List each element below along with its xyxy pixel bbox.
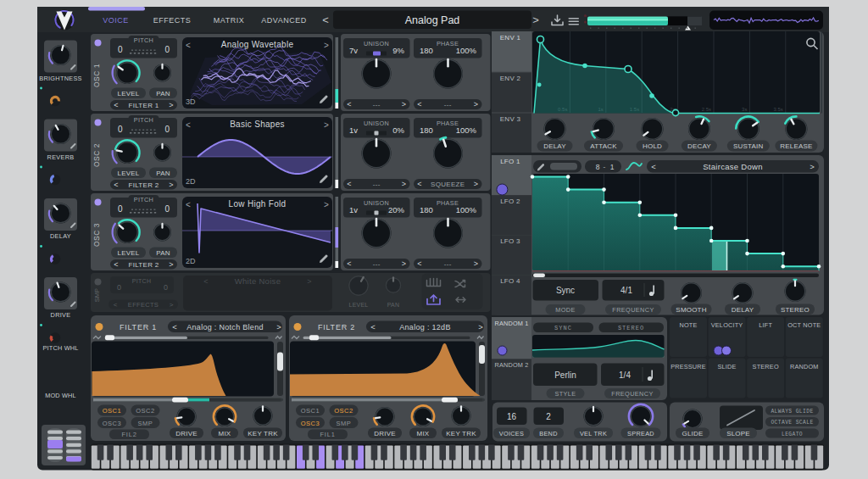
svg-text:OSC2: OSC2: [136, 407, 154, 415]
svg-text:<: <: [172, 322, 177, 331]
svg-text:FILTER 2: FILTER 2: [318, 323, 355, 331]
svg-text:UNISON: UNISON: [364, 199, 389, 207]
svg-text:ENV 2: ENV 2: [500, 75, 521, 82]
svg-text:SLIDE: SLIDE: [718, 363, 737, 370]
svg-text:SQUEEZE: SQUEEZE: [431, 181, 465, 188]
svg-text:BRIGHTNESS: BRIGHTNESS: [39, 75, 81, 82]
svg-text:PAN: PAN: [156, 170, 170, 177]
svg-text:>: >: [474, 100, 478, 109]
svg-text:>: >: [324, 200, 329, 209]
svg-text:<: <: [114, 181, 118, 189]
svg-text:OSC1: OSC1: [301, 407, 320, 415]
svg-text:STEREO: STEREO: [781, 306, 810, 314]
svg-text:>: >: [276, 322, 281, 331]
svg-text:SYNC: SYNC: [554, 325, 572, 331]
svg-text:PRESSURE: PRESSURE: [670, 363, 706, 370]
svg-text:LFO 3: LFO 3: [500, 237, 520, 245]
svg-text:UNISON: UNISON: [364, 40, 389, 47]
svg-text:3s: 3s: [742, 107, 747, 112]
svg-text:0: 0: [164, 283, 168, 292]
svg-text:ENV 1: ENV 1: [500, 34, 521, 42]
svg-text:---: ---: [373, 101, 381, 109]
svg-text:DELAY: DELAY: [732, 306, 754, 314]
svg-text:3.5s: 3.5s: [773, 107, 782, 112]
svg-text:4/1: 4/1: [620, 286, 632, 295]
svg-text:7v: 7v: [349, 46, 358, 55]
svg-text:>: >: [402, 259, 406, 268]
svg-text:PITCH: PITCH: [134, 116, 153, 124]
svg-text:>: >: [169, 181, 173, 189]
svg-text:PAN: PAN: [156, 249, 170, 257]
svg-text:FILTER 1: FILTER 1: [120, 323, 157, 331]
svg-text:OSC3: OSC3: [301, 420, 320, 427]
svg-text:FIL1: FIL1: [320, 431, 335, 438]
svg-text:STEREO: STEREO: [753, 363, 779, 370]
svg-text:<: <: [114, 260, 118, 269]
svg-text:0: 0: [118, 45, 123, 54]
svg-text:2: 2: [546, 412, 551, 421]
svg-text:STEREO: STEREO: [618, 325, 644, 331]
svg-text:Analog : 12dB: Analog : 12dB: [399, 323, 450, 331]
svg-text:1v: 1v: [349, 205, 358, 214]
svg-text:0%: 0%: [392, 125, 404, 135]
svg-text:100%: 100%: [456, 205, 477, 214]
svg-text:OCT NOTE: OCT NOTE: [787, 321, 821, 329]
svg-text:REVERB: REVERB: [47, 153, 75, 161]
svg-text:20%: 20%: [388, 205, 405, 214]
svg-text:<: <: [417, 259, 421, 268]
svg-text:VELOCITY: VELOCITY: [711, 321, 743, 329]
svg-text:RANDOM 1: RANDOM 1: [494, 320, 528, 327]
svg-text:RANDOM 2: RANDOM 2: [494, 361, 528, 369]
svg-text:White Noise: White Noise: [235, 276, 281, 286]
svg-text:FIL2: FIL2: [121, 431, 136, 438]
svg-text:>: >: [307, 277, 311, 286]
svg-text:<: <: [322, 14, 329, 26]
svg-text:GLIDE: GLIDE: [682, 430, 703, 437]
svg-text:MIX: MIX: [417, 430, 430, 437]
svg-text:1/4: 1/4: [619, 370, 631, 380]
svg-text:VOICES: VOICES: [499, 430, 524, 437]
svg-text:0: 0: [118, 204, 123, 214]
svg-text:0: 0: [164, 125, 170, 134]
svg-text:0: 0: [164, 204, 170, 214]
svg-text:0: 0: [164, 45, 170, 54]
svg-text:Basic Shapes: Basic Shapes: [230, 120, 285, 129]
svg-text:PAN: PAN: [387, 302, 399, 308]
svg-text:DECAY: DECAY: [687, 142, 711, 150]
svg-text:SMP: SMP: [138, 420, 153, 427]
svg-text:<: <: [186, 41, 191, 50]
svg-text:<: <: [347, 180, 351, 188]
svg-text:Analog Wavetable: Analog Wavetable: [221, 40, 294, 49]
svg-text:8: 8: [596, 163, 600, 171]
svg-text:PITCH: PITCH: [134, 196, 153, 203]
svg-text:FREQUENCY: FREQUENCY: [611, 390, 653, 398]
svg-text:SMP: SMP: [93, 288, 101, 302]
svg-text:VEL TRK: VEL TRK: [580, 430, 607, 437]
svg-text:>: >: [170, 301, 174, 309]
svg-text:LEVEL: LEVEL: [118, 170, 140, 177]
svg-text:RANDOM: RANDOM: [790, 363, 819, 370]
svg-text:LIFT: LIFT: [759, 321, 772, 329]
svg-text:2D: 2D: [186, 257, 196, 265]
svg-text:PITCH: PITCH: [132, 278, 152, 284]
svg-text:SMP: SMP: [337, 420, 352, 427]
svg-text:ADVANCED: ADVANCED: [261, 16, 306, 25]
svg-text:<: <: [370, 322, 376, 331]
svg-text:FILTER 2: FILTER 2: [128, 181, 159, 189]
svg-text:<: <: [186, 200, 191, 209]
svg-text:>: >: [324, 41, 329, 50]
svg-text:>: >: [402, 180, 406, 188]
svg-text:9%: 9%: [392, 46, 404, 55]
svg-text:SPREAD: SPREAD: [627, 430, 654, 437]
svg-text:NOTE: NOTE: [679, 321, 697, 329]
svg-text:MODE: MODE: [555, 306, 576, 314]
svg-text:100%: 100%: [456, 46, 477, 55]
svg-text:---: ---: [373, 260, 381, 268]
svg-text:DRIVE: DRIVE: [374, 430, 395, 437]
svg-text:100%: 100%: [456, 125, 477, 135]
svg-text:BEND: BEND: [539, 430, 557, 437]
svg-text:DRIVE: DRIVE: [51, 311, 71, 319]
svg-text:LFO 2: LFO 2: [500, 198, 520, 205]
svg-text:>: >: [169, 260, 173, 269]
svg-text:HOLD: HOLD: [643, 142, 662, 150]
